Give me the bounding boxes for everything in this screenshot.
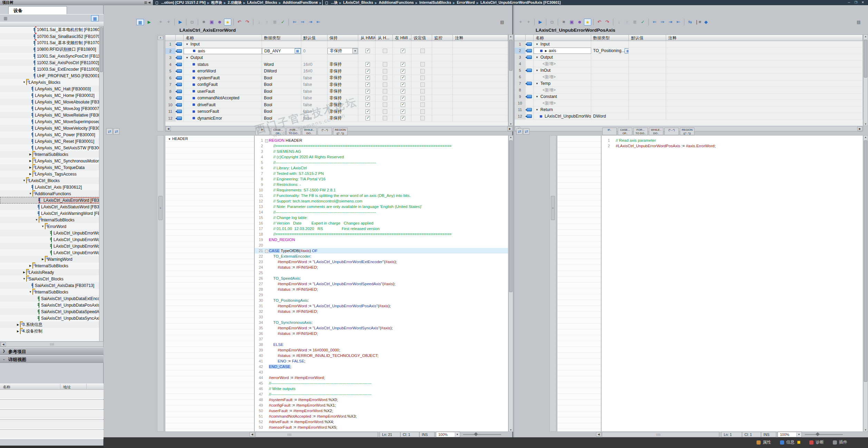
tree-item[interactable]: ▶LAxisIsReady (0, 269, 99, 276)
in-hmi-checkbox[interactable] (393, 68, 411, 74)
code-line[interactable]: 2 //====================================… (255, 143, 508, 149)
from-hmi-checkbox[interactable] (376, 102, 393, 108)
tree-item[interactable]: ▼AdditionalFunctions (0, 190, 99, 197)
breadcrumb-segment[interactable]: ...块 (331, 0, 338, 4)
go-previous-icon[interactable]: ⇐ (291, 19, 298, 26)
snapshot-download-icon[interactable]: ↓ (615, 19, 623, 26)
snippet-button[interactable]: WHILE.. DO.. (302, 128, 316, 135)
name-cell[interactable]: ▼Input (184, 41, 262, 48)
snippet-button[interactable]: CASE... OF.. (271, 128, 285, 135)
retain-cell[interactable]: 非保持 (328, 81, 359, 88)
snippet-button[interactable]: (*...*) (318, 128, 332, 135)
code-line[interactable]: 13 // Note: Parameter comments are only … (255, 204, 508, 209)
code-line[interactable]: 1// Read axis parameter (602, 138, 863, 143)
comment-cell[interactable] (453, 108, 508, 115)
default-value-cell[interactable] (629, 48, 666, 54)
code-line[interactable]: 38 ELSE (255, 342, 508, 347)
code-line[interactable]: 33 (255, 314, 508, 320)
code-line[interactable]: 37 (255, 336, 508, 342)
scroll-right-icon[interactable]: ▶ (507, 127, 513, 131)
default-value-cell[interactable] (629, 80, 666, 87)
tree-item[interactable]: UHF_PROFINET_MSG [FB20001] (0, 72, 99, 79)
next-object-icon[interactable]: ▶ (145, 19, 153, 25)
from-hmi-checkbox[interactable] (376, 88, 393, 95)
undo-icon[interactable]: ↶ (236, 19, 243, 26)
tree-item[interactable]: LAxisCtrl_UnpubErrorWordExtEncoder [FC30… (0, 230, 99, 236)
zoom-select[interactable]: 100%▼ (778, 432, 802, 437)
tree-item[interactable]: SaiAxisCtrl_UnpubDataSyncAxis [FC30703] (0, 315, 99, 321)
datatype-cell[interactable]: Bool (262, 81, 301, 88)
expand-structure-icon[interactable]: ≡ (200, 19, 207, 26)
maximize-editor-icon[interactable]: ▤ (855, 19, 862, 25)
insert-row-after-icon[interactable]: ✦ (165, 19, 172, 26)
code-line[interactable]: 28 #status := #FINISHED; (255, 287, 508, 292)
tree-item[interactable]: 11002.Sai_AxisPosCtrl [FB11002] (0, 59, 99, 66)
jump-in-icon[interactable]: ⇥ (667, 19, 674, 26)
column-header[interactable]: 数据类型 (591, 35, 629, 41)
datatype-cell[interactable] (591, 41, 629, 47)
zoom-slider[interactable] (463, 434, 501, 435)
code-line[interactable]: 1−REGION HEADER (255, 138, 508, 143)
code-line[interactable]: 21−CASE TypeOfDB(#axis) OF (255, 248, 508, 253)
name-cell[interactable]: LAxisCtrl_UnpubErrorWor... (534, 113, 591, 119)
default-value-cell[interactable] (629, 54, 666, 60)
code-line[interactable]: 35 #tempErrorWord := "LAxisCtrl_UnpubErr… (255, 325, 508, 331)
snippet-button[interactable]: REGION ((*..*)) (333, 128, 348, 135)
default-value-cell[interactable] (629, 107, 666, 113)
setpoint-checkbox[interactable] (411, 108, 432, 115)
setpoint-checkbox[interactable] (411, 54, 432, 61)
default-value-cell[interactable]: false (301, 75, 328, 81)
tree-item[interactable]: LAnyAxis_MC_MoveAbsolute [FB30004] (0, 99, 99, 105)
code-line[interactable]: 25 (255, 270, 508, 276)
name-cell[interactable]: errorWord (184, 68, 262, 74)
insert-row-icon[interactable]: ✦ (157, 19, 164, 26)
code-line[interactable]: 12 // Support: tech.team.motioncontrol@s… (255, 198, 508, 204)
from-hmi-checkbox[interactable] (376, 48, 393, 54)
keep-actual-values-icon[interactable]: ◘ (548, 19, 556, 26)
in-hmi-checkbox[interactable] (393, 102, 411, 108)
comment-cell[interactable] (453, 95, 508, 101)
jump-out-icon[interactable]: ⇤ (675, 19, 682, 26)
fold-icon[interactable]: − (265, 139, 268, 142)
maximize-editor-icon[interactable]: ▤ (498, 19, 506, 25)
breadcrumb-segment[interactable]: LAxisCtrl_UnpubErrorWordPosAxis [FC30601… (480, 0, 561, 4)
breadcrumb-segment[interactable]: InternalSubBlocks (419, 0, 451, 4)
scroll-right-icon[interactable]: ▶ (857, 127, 862, 131)
inspector-tab-info[interactable]: 信息 (780, 439, 800, 445)
sync-scroll-icon[interactable]: ⇄ (516, 128, 523, 135)
tree-item[interactable]: ▼SaiAxisCtrl_Blocks (0, 276, 99, 282)
absolute-operands-icon[interactable]: ❘≡ (694, 19, 702, 26)
breadcrumb-segment[interactable]: LAxisCtrl_Blocks (247, 0, 277, 4)
datatype-cell[interactable] (591, 74, 629, 80)
datatype-cell[interactable] (591, 54, 629, 60)
tree-item[interactable]: ▶4.设备控制 (0, 328, 99, 335)
default-value-cell[interactable] (301, 41, 328, 48)
tree-item[interactable]: LAnyAxis_MC_MoveVelocity [FB30006] (0, 125, 99, 131)
comment-cell[interactable] (666, 41, 863, 47)
comment-cell[interactable] (453, 68, 508, 74)
code-line[interactable]: 23 #tempErrorWord := "LAxisCtrl_UnpubErr… (255, 259, 508, 265)
name-cell[interactable]: <新增> (534, 61, 591, 67)
code-line[interactable]: 31 #tempErrorWord := "LAxisCtrl_UnpubErr… (255, 303, 508, 309)
default-value-cell[interactable] (629, 41, 666, 47)
comment-cell[interactable] (453, 41, 508, 48)
datatype-cell[interactable]: Bool (262, 88, 301, 95)
retain-cell[interactable]: 非保持 (328, 108, 359, 115)
default-value-cell[interactable]: 16#0 (301, 68, 328, 74)
code-splitter[interactable]: ≡ (157, 135, 164, 432)
name-cell[interactable]: sensorFault (184, 108, 262, 115)
redo-icon[interactable]: ↷ (604, 19, 611, 26)
tree-item[interactable]: LAnyAxis_MC_Home [FB30002] (0, 92, 99, 99)
code-line[interactable]: 41 ENO := FALSE; (255, 358, 508, 364)
retain-cell[interactable]: 非保持 (328, 88, 359, 95)
breadcrumb-segment[interactable]: LAxisCtrl_Blocks (343, 0, 373, 4)
retain-cell[interactable]: 非保持 (328, 61, 359, 68)
code-line[interactable]: 51#commandNotAccepted := #tempErrorWord.… (255, 414, 508, 419)
setpoint-checkbox[interactable] (411, 88, 432, 95)
close-icon[interactable]: ✕ (314, 0, 319, 5)
db-snapshot-icon[interactable]: ▣ (208, 19, 215, 26)
tree-item[interactable]: ▶InternalSubBlocks (0, 151, 99, 158)
in-hmi-checkbox[interactable] (393, 81, 411, 88)
comment-cell[interactable] (666, 80, 863, 87)
column-header[interactable]: 设定值 (411, 35, 432, 41)
